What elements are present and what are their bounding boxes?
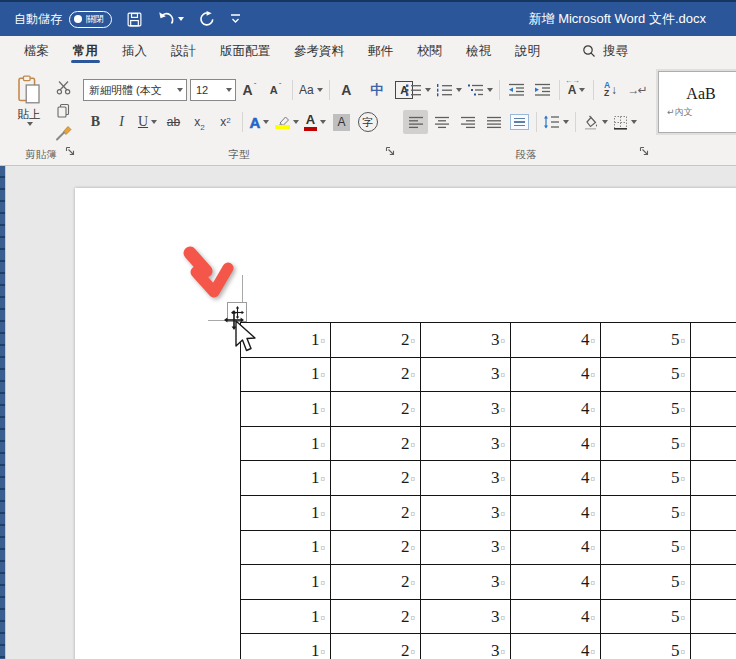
table-cell[interactable]: 5¤	[601, 634, 691, 659]
table-cell[interactable]: 3¤	[421, 461, 511, 496]
table-cell[interactable]: 1¤	[241, 530, 331, 565]
table-cell[interactable]: 5¤	[601, 599, 691, 634]
clear-formatting-button[interactable]: A	[334, 78, 359, 102]
undo-button[interactable]	[157, 11, 184, 27]
document-page[interactable]: 1¤2¤3¤4¤5¤1¤2¤3¤4¤5¤1¤2¤3¤4¤5¤1¤2¤3¤4¤5¤…	[75, 188, 736, 659]
strikethrough-button[interactable]: ab	[161, 110, 186, 134]
change-case-button[interactable]: Aa	[297, 78, 325, 102]
table-cell[interactable]: 3¤	[421, 634, 511, 659]
table-cell[interactable]: 1¤	[241, 392, 331, 427]
style-normal-item[interactable]: AaB ↵內文	[658, 71, 736, 133]
table-cell[interactable]: 1¤	[241, 599, 331, 634]
show-formatting-marks-button[interactable]: →↵	[624, 78, 649, 102]
table-cell[interactable]: 4¤	[511, 599, 601, 634]
table-cell[interactable]: 4¤	[511, 357, 601, 392]
shading-button[interactable]	[580, 110, 610, 134]
table-cell[interactable]: 2¤	[331, 599, 421, 634]
shrink-font-button[interactable]: Aˇ	[263, 78, 288, 102]
sort-button[interactable]: AZ ↓	[598, 78, 623, 102]
table-cell[interactable]: 4¤	[511, 392, 601, 427]
subscript-button[interactable]: x2	[187, 110, 212, 134]
table-cell[interactable]: 1¤	[241, 426, 331, 461]
tab-view[interactable]: 檢視	[454, 36, 503, 66]
table-cell[interactable]: 3¤	[421, 426, 511, 461]
table-cell[interactable]: 2¤	[331, 495, 421, 530]
table-cell[interactable]: 1¤	[241, 634, 331, 659]
table-cell[interactable]: 1¤	[241, 357, 331, 392]
tab-review[interactable]: 校閱	[405, 36, 454, 66]
table-cell[interactable]: 4¤	[511, 565, 601, 600]
table-cell[interactable]: 1¤	[241, 461, 331, 496]
search-box[interactable]: 搜尋	[582, 36, 628, 66]
table-cell[interactable]: 3¤	[421, 495, 511, 530]
bold-button[interactable]: B	[83, 110, 108, 134]
tab-references[interactable]: 參考資料	[282, 36, 356, 66]
table-cell[interactable]	[691, 599, 736, 634]
highlight-color-button[interactable]	[273, 110, 301, 134]
font-color-button[interactable]: A	[302, 110, 328, 134]
enclose-characters-button[interactable]: 字	[355, 110, 380, 134]
paste-button[interactable]: 貼上	[7, 71, 51, 146]
table-cell[interactable]: 1¤	[241, 323, 331, 358]
table-cell[interactable]	[691, 565, 736, 600]
table-cell[interactable]: 5¤	[601, 323, 691, 358]
phonetic-guide-button[interactable]: 中	[366, 78, 391, 102]
decrease-indent-button[interactable]	[504, 78, 529, 102]
table-cell[interactable]: 3¤	[421, 392, 511, 427]
table-cell[interactable]	[691, 461, 736, 496]
character-shading-button[interactable]: A	[329, 110, 354, 134]
table-cell[interactable]: 5¤	[601, 426, 691, 461]
table-cell[interactable]: 4¤	[511, 495, 601, 530]
table-cell[interactable]: 5¤	[601, 392, 691, 427]
save-button[interactable]	[126, 11, 143, 28]
distribute-button[interactable]	[507, 110, 532, 134]
table-cell[interactable]: 3¤	[421, 530, 511, 565]
table-cell[interactable]: 3¤	[421, 323, 511, 358]
borders-button[interactable]	[611, 110, 639, 134]
redo-button[interactable]	[198, 11, 215, 28]
copy-button[interactable]	[51, 100, 75, 120]
tab-mailings[interactable]: 郵件	[356, 36, 405, 66]
table-cell[interactable]	[691, 495, 736, 530]
multilevel-list-button[interactable]	[465, 78, 495, 102]
numbering-button[interactable]	[434, 78, 464, 102]
table-cell[interactable]	[691, 530, 736, 565]
font-name-combo[interactable]: 新細明體 (本文	[83, 79, 187, 101]
table-cell[interactable]: 3¤	[421, 357, 511, 392]
document-table[interactable]: 1¤2¤3¤4¤5¤1¤2¤3¤4¤5¤1¤2¤3¤4¤5¤1¤2¤3¤4¤5¤…	[240, 322, 736, 659]
tab-home[interactable]: 常用	[61, 36, 110, 66]
font-dialog-launcher[interactable]	[385, 142, 395, 160]
table-cell[interactable]	[691, 323, 736, 358]
table-cell[interactable]: 4¤	[511, 461, 601, 496]
underline-button[interactable]: U	[135, 110, 160, 134]
tab-insert[interactable]: 插入	[110, 36, 159, 66]
align-center-button[interactable]	[429, 110, 454, 134]
table-cell[interactable]: 3¤	[421, 565, 511, 600]
clipboard-dialog-launcher[interactable]	[65, 142, 75, 160]
table-cell[interactable]: 5¤	[601, 530, 691, 565]
cut-button[interactable]	[51, 77, 75, 97]
table-cell[interactable]: 2¤	[331, 565, 421, 600]
line-spacing-button[interactable]	[541, 110, 571, 134]
table-cell[interactable]: 1¤	[241, 495, 331, 530]
text-effects-button[interactable]: A	[247, 110, 272, 134]
tab-help[interactable]: 說明	[503, 36, 552, 66]
asian-layout-button[interactable]: ←→ A	[564, 78, 589, 102]
tab-file[interactable]: 檔案	[12, 36, 61, 66]
format-painter-button[interactable]	[51, 123, 75, 143]
table-cell[interactable]: 2¤	[331, 461, 421, 496]
table-cell[interactable]: 1¤	[241, 565, 331, 600]
table-cell[interactable]: 4¤	[511, 530, 601, 565]
undo-dropdown-icon[interactable]	[178, 17, 184, 21]
grow-font-button[interactable]: Aˆ	[237, 78, 262, 102]
increase-indent-button[interactable]	[530, 78, 555, 102]
paragraph-dialog-launcher[interactable]	[639, 142, 649, 160]
table-cell[interactable]: 2¤	[331, 323, 421, 358]
customize-qat-button[interactable]	[229, 13, 242, 25]
table-cell[interactable]: 2¤	[331, 634, 421, 659]
bullets-button[interactable]	[403, 78, 433, 102]
table-cell[interactable]	[691, 426, 736, 461]
table-cell[interactable]: 5¤	[601, 461, 691, 496]
table-cell[interactable]: 5¤	[601, 495, 691, 530]
align-right-button[interactable]	[455, 110, 480, 134]
